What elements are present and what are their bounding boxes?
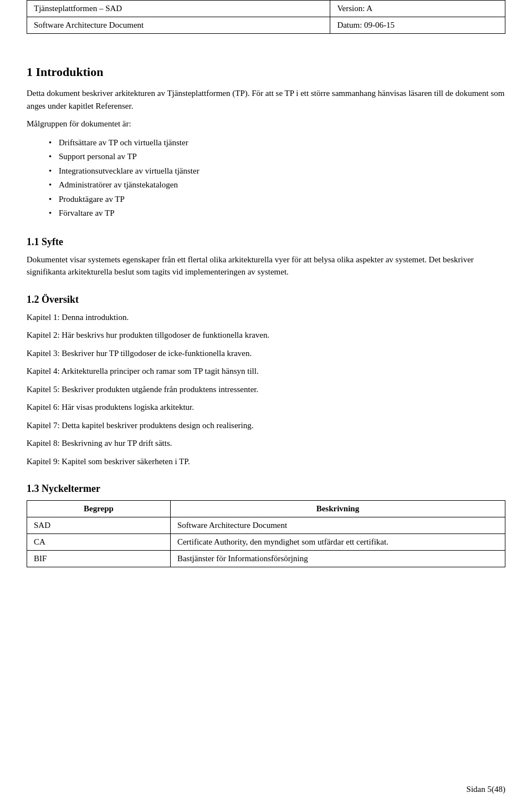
table-cell-desc: Certificate Authority, den myndighet som…	[170, 534, 505, 551]
bullet-item: Förvaltare av TP	[49, 206, 505, 221]
page-footer: Sidan 5(48)	[467, 785, 505, 794]
nyckel-table: Begrepp Beskrivning SAD Software Archite…	[27, 500, 505, 567]
bullet-item: Driftsättare av TP och virtuella tjänste…	[49, 136, 505, 150]
table-cell-term: SAD	[27, 517, 171, 534]
section1-1-heading: 1.1 Syfte	[27, 236, 505, 248]
table-cell-term: CA	[27, 534, 171, 551]
header-subtitle-left: Software Architecture Document	[27, 17, 330, 34]
chapter-item-5: Kapitel 5: Beskriver produkten utgående …	[27, 383, 505, 396]
header-date: Datum: 09-06-15	[330, 17, 505, 34]
table-header-begrepp: Begrepp	[27, 501, 171, 517]
table-header-beskrivning: Beskrivning	[170, 501, 505, 517]
chapter-item-1: Kapitel 1: Denna introduktion.	[27, 311, 505, 324]
header-title-left: Tjänsteplattformen – SAD	[27, 1, 330, 17]
section1-2-heading: 1.2 Översikt	[27, 294, 505, 306]
document-header: Tjänsteplattformen – SAD Version: A Soft…	[0, 0, 532, 34]
chapter-item-4: Kapitel 4: Arkitekturella principer och …	[27, 365, 505, 378]
table-row: SAD Software Architecture Document	[27, 517, 505, 534]
bullet-item: Integrationsutvecklare av virtuella tjän…	[49, 164, 505, 179]
table-cell-desc: Software Architecture Document	[170, 517, 505, 534]
bullet-item: Administratörer av tjänstekatalogen	[49, 178, 505, 192]
page-number: Sidan 5(48)	[467, 785, 505, 794]
chapter1-intro: Detta dokument beskriver arkitekturen av…	[27, 87, 505, 112]
chapter-item-9: Kapitel 9: Kapitel som beskriver säkerhe…	[27, 455, 505, 468]
table-cell-desc: Bastjänster för Informationsförsörjning	[170, 551, 505, 567]
chapter-item-2: Kapitel 2: Här beskrivs hur produkten ti…	[27, 329, 505, 342]
header-version: Version: A	[330, 1, 505, 17]
bullet-list: Driftsättare av TP och virtuella tjänste…	[49, 136, 505, 221]
table-row: CA Certificate Authority, den myndighet …	[27, 534, 505, 551]
section1-3-heading: 1.3 Nyckeltermer	[27, 483, 505, 495]
chapter-item-6: Kapitel 6: Här visas produktens logiska …	[27, 401, 505, 414]
chapter1-heading: 1 Introduktion	[27, 65, 505, 79]
chapter-list: Kapitel 1: Denna introduktion. Kapitel 2…	[27, 311, 505, 468]
table-row: BIF Bastjänster för Informationsförsörjn…	[27, 551, 505, 567]
main-content: 1 Introduktion Detta dokument beskriver …	[0, 34, 532, 621]
table-cell-term: BIF	[27, 551, 171, 567]
chapter-item-8: Kapitel 8: Beskrivning av hur TP drift s…	[27, 437, 505, 450]
section1-1-text: Dokumentet visar systemets egenskaper fr…	[27, 253, 505, 278]
malgrupp-label: Målgruppen för dokumentet är:	[27, 118, 505, 130]
header-table: Tjänsteplattformen – SAD Version: A Soft…	[27, 0, 505, 34]
chapter-item-3: Kapitel 3: Beskriver hur TP tillgodoser …	[27, 347, 505, 360]
document-page: Tjänsteplattformen – SAD Version: A Soft…	[0, 0, 532, 803]
bullet-item: Support personal av TP	[49, 150, 505, 164]
chapter-item-7: Kapitel 7: Detta kapitel beskriver produ…	[27, 419, 505, 432]
bullet-item: Produktägare av TP	[49, 192, 505, 207]
